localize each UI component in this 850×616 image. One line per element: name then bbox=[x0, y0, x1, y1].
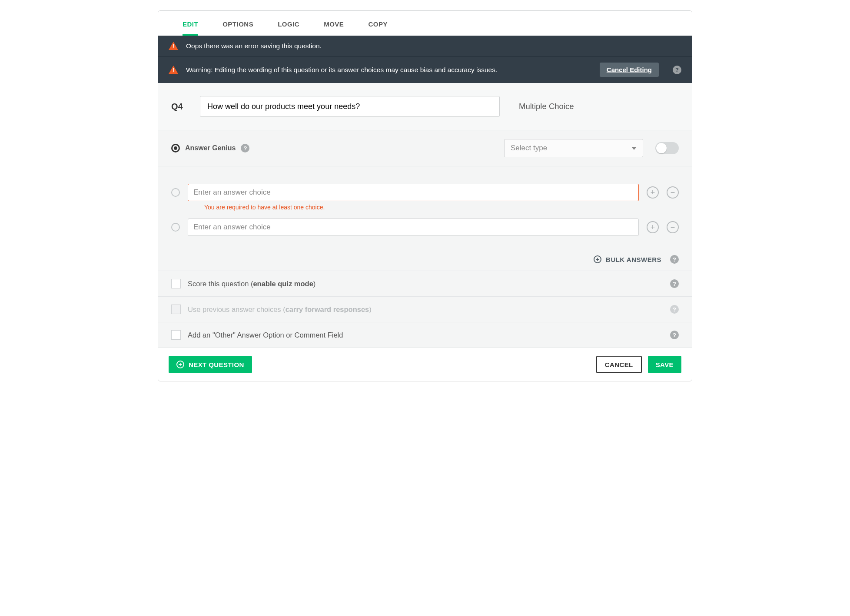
error-banner: Oops there was an error saving this ques… bbox=[158, 36, 692, 56]
warning-icon bbox=[169, 66, 178, 74]
editor-footer: + NEXT QUESTION CANCEL SAVE bbox=[158, 348, 692, 381]
warning-banner-text: Warning: Editing the wording of this que… bbox=[186, 66, 497, 74]
remove-choice-button[interactable]: − bbox=[667, 221, 679, 233]
warning-banner: Warning: Editing the wording of this que… bbox=[158, 56, 692, 83]
question-number: Q4 bbox=[171, 102, 191, 112]
answer-choice-input[interactable] bbox=[188, 184, 639, 201]
question-header: Q4 Multiple Choice bbox=[158, 83, 692, 130]
question-text-input[interactable] bbox=[200, 96, 500, 117]
answer-genius-label: Answer Genius bbox=[185, 144, 236, 152]
carry-forward-label: Use previous answer choices (carry forwa… bbox=[188, 305, 372, 314]
help-icon[interactable]: ? bbox=[673, 66, 681, 74]
question-editor-frame: EDIT OPTIONS LOGIC MOVE COPY Oops there … bbox=[158, 10, 692, 381]
checkbox[interactable] bbox=[171, 279, 181, 288]
answer-choice-input[interactable] bbox=[188, 219, 639, 236]
other-option-label: Add an "Other" Answer Option or Comment … bbox=[188, 331, 343, 339]
cancel-editing-button[interactable]: Cancel Editing bbox=[600, 63, 659, 77]
tab-edit[interactable]: EDIT bbox=[170, 11, 210, 36]
answer-genius-type-placeholder: Select type bbox=[511, 144, 547, 152]
help-icon[interactable]: ? bbox=[670, 305, 679, 314]
error-banner-text: Oops there was an error saving this ques… bbox=[186, 42, 322, 50]
add-choice-button[interactable]: + bbox=[647, 221, 659, 233]
answer-genius-row: Answer Genius ? Select type bbox=[158, 130, 692, 166]
bulk-answers-button[interactable]: + BULK ANSWERS bbox=[594, 255, 661, 263]
help-icon[interactable]: ? bbox=[670, 331, 679, 339]
answer-genius-type-select[interactable]: Select type bbox=[504, 139, 643, 157]
cancel-button[interactable]: CANCEL bbox=[596, 356, 642, 373]
other-option[interactable]: Add an "Other" Answer Option or Comment … bbox=[158, 322, 692, 348]
answer-genius-icon bbox=[171, 144, 180, 152]
answer-choices-section: + − You are required to have at least on… bbox=[158, 166, 692, 271]
answer-choice-row: + − bbox=[171, 219, 679, 236]
radio-icon bbox=[171, 188, 180, 197]
checkbox[interactable] bbox=[171, 330, 181, 340]
tab-copy[interactable]: COPY bbox=[356, 11, 400, 36]
help-icon[interactable]: ? bbox=[241, 144, 249, 152]
tab-options[interactable]: OPTIONS bbox=[210, 11, 266, 36]
plus-circle-icon: + bbox=[594, 255, 601, 263]
add-choice-button[interactable]: + bbox=[647, 186, 659, 199]
bulk-answers-label: BULK ANSWERS bbox=[606, 256, 661, 263]
question-type-label: Multiple Choice bbox=[519, 102, 574, 111]
help-icon[interactable]: ? bbox=[670, 279, 679, 288]
remove-choice-button[interactable]: − bbox=[667, 186, 679, 199]
score-question-label: Score this question (enable quiz mode) bbox=[188, 280, 315, 288]
carry-forward-option: Use previous answer choices (carry forwa… bbox=[158, 297, 692, 322]
warning-icon bbox=[169, 42, 178, 50]
answer-genius-toggle[interactable] bbox=[655, 142, 679, 154]
answer-choice-error: You are required to have at least one ch… bbox=[204, 204, 679, 211]
checkbox bbox=[171, 305, 181, 314]
score-question-option[interactable]: Score this question (enable quiz mode) ? bbox=[158, 271, 692, 297]
answer-choice-row: + − bbox=[171, 184, 679, 201]
radio-icon bbox=[171, 223, 180, 232]
next-question-label: NEXT QUESTION bbox=[189, 361, 244, 368]
toggle-knob bbox=[656, 143, 667, 153]
next-question-button[interactable]: + NEXT QUESTION bbox=[169, 356, 252, 373]
chevron-down-icon bbox=[631, 147, 637, 150]
plus-circle-icon: + bbox=[176, 361, 184, 368]
help-icon[interactable]: ? bbox=[670, 255, 679, 264]
save-button[interactable]: SAVE bbox=[648, 356, 681, 373]
tab-logic[interactable]: LOGIC bbox=[266, 11, 312, 36]
tab-move[interactable]: MOVE bbox=[312, 11, 356, 36]
editor-tab-bar: EDIT OPTIONS LOGIC MOVE COPY bbox=[158, 11, 692, 36]
